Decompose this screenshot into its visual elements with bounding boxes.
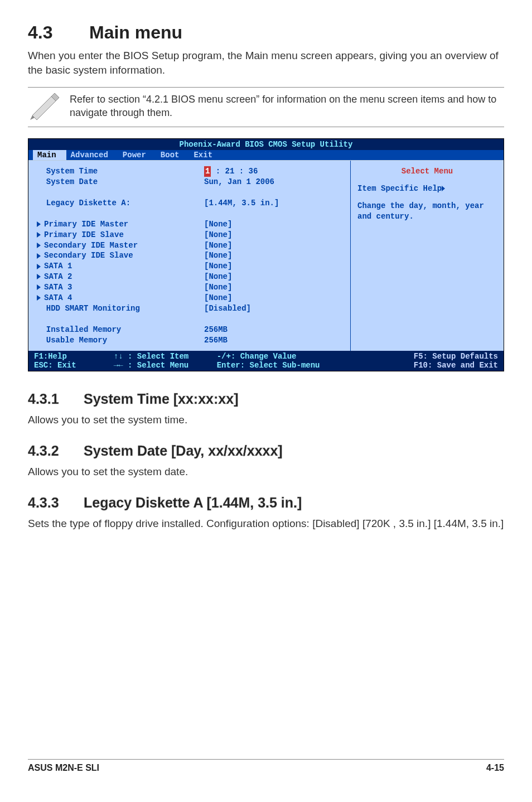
- bios-menu-main[interactable]: Main: [33, 150, 66, 160]
- bios-row-label[interactable]: Legacy Diskette A:: [37, 198, 204, 209]
- bios-main-panel: System Time1 : 21 : 36 System DateSun, J…: [28, 161, 350, 351]
- submenu-arrow-icon: [37, 221, 41, 227]
- sub3-number: 4.3.3: [28, 495, 84, 511]
- bios-row-label[interactable]: System Time: [37, 166, 204, 177]
- bios-row-label[interactable]: SATA 2: [37, 272, 204, 282]
- bios-row-label[interactable]: HDD SMART Monitoring: [37, 303, 204, 314]
- bios-row-label[interactable]: Usable Memory: [37, 335, 204, 346]
- bios-row-label[interactable]: Primary IDE Slave: [37, 230, 204, 240]
- submenu-arrow-icon: [37, 253, 41, 259]
- sub2-text: Allows you to set the system date.: [28, 465, 504, 479]
- bios-row-value[interactable]: [None]: [204, 282, 342, 293]
- bios-row-label[interactable]: Secondary IDE Slave: [37, 250, 204, 261]
- bios-row-value[interactable]: 256MB: [204, 335, 342, 346]
- bios-row-value[interactable]: [None]: [204, 272, 342, 282]
- bios-help-title: Select Menu: [357, 166, 497, 177]
- bios-menu-exit[interactable]: Exit: [189, 150, 223, 160]
- bios-menu-advanced[interactable]: Advanced: [66, 150, 118, 160]
- bios-row-label[interactable]: SATA 4: [37, 293, 204, 303]
- bios-screen: Phoenix-Award BIOS CMOS Setup Utility Ma…: [28, 138, 504, 371]
- bios-row-value[interactable]: 1 : 21 : 36: [204, 166, 342, 177]
- bios-row-value[interactable]: [None]: [204, 250, 342, 261]
- bios-help-label: Item Specific Help: [357, 183, 497, 194]
- sub2-title: System Date [Day, xx/xx/xxxx]: [84, 443, 283, 459]
- bios-row-value[interactable]: Sun, Jan 1 2006: [204, 177, 342, 187]
- bios-title: Phoenix-Award BIOS CMOS Setup Utility: [28, 139, 504, 150]
- bios-menu-power[interactable]: Power: [118, 150, 156, 160]
- bios-row-label[interactable]: System Date: [37, 177, 204, 187]
- bios-help-text: Change the day, month, year and century.: [357, 201, 497, 222]
- bios-menu-bar: Main Advanced Power Boot Exit: [28, 150, 504, 160]
- footer-product: ASUS M2N-E SLI: [28, 763, 99, 773]
- bios-cursor[interactable]: 1: [204, 166, 211, 177]
- bios-help-panel: Select Menu Item Specific Help Change th…: [350, 161, 504, 351]
- heading-title: Main menu: [89, 22, 182, 43]
- bios-row-label[interactable]: Secondary IDE Master: [37, 240, 204, 251]
- bios-row-value[interactable]: [Disabled]: [204, 303, 342, 314]
- bios-footer-col1: F1:Help ↑↓ : Select Item -/+: Change Val…: [34, 352, 370, 370]
- bios-row-value[interactable]: [None]: [204, 219, 342, 230]
- bios-footer: F1:Help ↑↓ : Select Item -/+: Change Val…: [28, 351, 504, 371]
- bios-row-value[interactable]: 256MB: [204, 325, 342, 335]
- bios-row-label[interactable]: Primary IDE Master: [37, 219, 204, 230]
- sub1-text: Allows you to set the system time.: [28, 413, 504, 427]
- page-footer: ASUS M2N-E SLI 4-15: [28, 759, 504, 773]
- bios-row-value[interactable]: [None]: [204, 293, 342, 303]
- subsection-heading-2: 4.3.2 System Date [Day, xx/xx/xxxx]: [28, 443, 504, 459]
- help-arrow-icon: [442, 186, 445, 191]
- subsection-heading-1: 4.3.1 System Time [xx:xx:xx]: [28, 391, 504, 407]
- intro-paragraph: When you enter the BIOS Setup program, t…: [28, 49, 504, 77]
- submenu-arrow-icon: [37, 243, 41, 248]
- bios-row-label[interactable]: SATA 3: [37, 282, 204, 293]
- section-heading: 4.3 Main menu: [28, 22, 504, 43]
- subsection-heading-3: 4.3.3 Legacy Diskette A [1.44M, 3.5 in.]: [28, 495, 504, 511]
- submenu-arrow-icon: [37, 232, 41, 238]
- submenu-arrow-icon: [37, 284, 41, 290]
- sub1-title: System Time [xx:xx:xx]: [84, 391, 238, 407]
- note-text: Refer to section “4.2.1 BIOS menu screen…: [70, 93, 504, 120]
- footer-page: 4-15: [486, 763, 504, 773]
- submenu-arrow-icon: [37, 295, 41, 301]
- bios-row-value[interactable]: [1.44M, 3.5 in.]: [204, 198, 342, 209]
- sub1-number: 4.3.1: [28, 391, 84, 407]
- bios-row-value[interactable]: [None]: [204, 230, 342, 240]
- bios-row-label[interactable]: Installed Memory: [37, 325, 204, 335]
- bios-row-value[interactable]: [None]: [204, 261, 342, 272]
- pencil-icon: [28, 92, 61, 120]
- sub2-number: 4.3.2: [28, 443, 84, 459]
- bios-menu-boot[interactable]: Boot: [156, 150, 190, 160]
- sub3-title: Legacy Diskette A [1.44M, 3.5 in.]: [84, 495, 302, 511]
- submenu-arrow-icon: [37, 274, 41, 279]
- heading-number: 4.3: [28, 22, 89, 43]
- submenu-arrow-icon: [37, 264, 41, 269]
- note-block: Refer to section “4.2.1 BIOS menu screen…: [28, 87, 504, 127]
- bios-footer-col2: F5: Setup Defaults F10: Save and Exit: [370, 352, 498, 370]
- sub3-text: Sets the type of floppy drive installed.…: [28, 516, 504, 531]
- bios-row-label[interactable]: SATA 1: [37, 261, 204, 272]
- bios-row-value[interactable]: [None]: [204, 240, 342, 251]
